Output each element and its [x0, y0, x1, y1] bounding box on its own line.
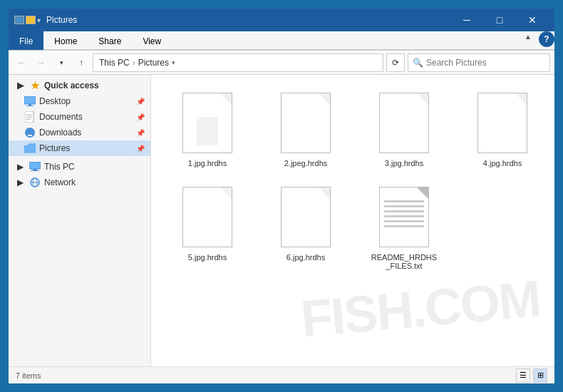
view-controls: ☰ ⊞: [516, 368, 547, 383]
path-dropdown[interactable]: ▾: [172, 59, 175, 66]
up-button[interactable]: ↑: [73, 54, 90, 71]
svg-rect-12: [31, 170, 39, 171]
pin-documents-icon: 📌: [136, 113, 145, 121]
refresh-button[interactable]: ⟳: [386, 53, 405, 72]
ribbon: File Home Share View ▲ ?: [9, 31, 554, 51]
ribbon-collapse[interactable]: ▲: [520, 31, 536, 49]
svg-rect-0: [24, 96, 36, 104]
path-pictures: Pictures: [138, 58, 169, 68]
files-grid: 1.jpg.hrdhs 2.jpeg.hrdhs 3.jpg.hrdhs: [158, 82, 547, 279]
help-button[interactable]: ?: [539, 31, 554, 47]
text-file-icon: [379, 187, 429, 247]
tab-share[interactable]: Share: [88, 31, 132, 50]
title-icon-2: [26, 16, 36, 24]
file-label-7: README_HRDHS_FILES.txt: [371, 253, 437, 270]
sidebar-label-documents: Documents: [39, 112, 83, 122]
window-controls: ─ □ ✕: [450, 9, 549, 31]
address-path[interactable]: This PC › Pictures ▾: [93, 53, 383, 72]
chevron-right-thispc-icon: ▶: [14, 161, 26, 172]
generic-file-icon: [182, 187, 232, 247]
network-icon: [29, 177, 41, 188]
path-thispc: This PC: [99, 58, 130, 68]
chevron-right-network-icon: ▶: [14, 177, 26, 188]
forward-button[interactable]: →: [33, 54, 50, 71]
file-area: FISH.COM 1.jpg.hrdhs: [151, 75, 554, 366]
recent-locations-button[interactable]: ▾: [53, 54, 70, 71]
address-bar: ← → ▾ ↑ This PC › Pictures ▾ ⟳ 🔍: [9, 51, 554, 75]
text-line: [384, 215, 424, 217]
view-large-icons-button[interactable]: ⊞: [533, 368, 547, 383]
file-icon-6: [277, 185, 334, 249]
title-bar-icon: ▾: [14, 16, 41, 24]
tab-file[interactable]: File: [9, 31, 43, 50]
tab-view[interactable]: View: [132, 31, 172, 50]
generic-file-icon: [182, 93, 232, 153]
sidebar-label-network: Network: [44, 177, 76, 187]
generic-file-icon: [379, 93, 429, 153]
file-label-2: 2.jpeg.hrdhs: [284, 159, 328, 167]
pin-downloads-icon: 📌: [136, 129, 145, 137]
sidebar-label-desktop: Desktop: [39, 96, 71, 106]
sidebar-item-desktop[interactable]: Desktop 📌: [9, 93, 150, 109]
main-area: ▶ ★ Quick access Desktop 📌 Documents 📌: [9, 75, 554, 366]
text-line: [384, 205, 424, 207]
path-sep-1: ›: [133, 58, 135, 68]
file-label-4: 4.jpg.hrdhs: [483, 159, 522, 167]
generic-file-icon: [477, 93, 527, 153]
documents-icon: [24, 111, 36, 123]
text-line: [384, 200, 424, 202]
svg-rect-2: [26, 105, 33, 106]
view-details-button[interactable]: ☰: [516, 368, 530, 383]
ribbon-tabs: File Home Share View ▲ ?: [9, 31, 554, 50]
sidebar-label-thispc: This PC: [44, 162, 75, 172]
text-line: [384, 225, 424, 227]
file-icon-7: [376, 185, 433, 249]
text-line: [384, 210, 424, 212]
title-bar: ▾ Pictures ─ □ ✕: [9, 9, 554, 31]
search-icon: 🔍: [413, 58, 423, 68]
file-item[interactable]: 4.jpg.hrdhs: [456, 85, 549, 173]
file-item[interactable]: README_HRDHS_FILES.txt: [358, 179, 450, 276]
explorer-window: ▾ Pictures ─ □ ✕ File Home Share View ▲ …: [7, 7, 556, 385]
window-title: Pictures: [46, 15, 450, 25]
text-line: [384, 220, 424, 222]
computer-icon: [29, 161, 41, 172]
generic-file-icon: [281, 93, 331, 153]
file-label-6: 6.jpg.hrdhs: [286, 253, 325, 262]
title-separator: ▾: [37, 16, 41, 24]
sidebar-item-documents[interactable]: Documents 📌: [9, 109, 150, 125]
file-item[interactable]: 6.jpg.hrdhs: [259, 179, 352, 276]
close-button[interactable]: ✕: [516, 9, 549, 31]
status-bar: 7 items ☰ ⊞: [9, 366, 554, 383]
file-icon-5: [179, 185, 236, 249]
minimize-button[interactable]: ─: [450, 9, 483, 31]
watermark: FISH.COM: [299, 269, 542, 349]
file-item[interactable]: 1.jpg.hrdhs: [161, 85, 254, 173]
item-count: 7 items: [16, 371, 41, 380]
sidebar-item-network[interactable]: ▶ Network: [9, 175, 150, 190]
search-input[interactable]: [426, 58, 545, 68]
file-item[interactable]: 2.jpeg.hrdhs: [259, 85, 352, 173]
sidebar-label-quick-access: Quick access: [44, 81, 99, 91]
generic-file-icon: [281, 187, 331, 247]
back-button[interactable]: ←: [13, 54, 30, 71]
sidebar-item-thispc[interactable]: ▶ This PC: [9, 159, 150, 175]
sidebar-item-pictures[interactable]: Pictures 📌: [9, 140, 150, 156]
file-item[interactable]: 3.jpg.hrdhs: [358, 85, 450, 173]
sidebar-item-downloads[interactable]: Downloads 📌: [9, 125, 150, 140]
desktop-icon: [24, 96, 36, 107]
sidebar-item-quick-access[interactable]: ▶ ★ Quick access: [9, 78, 150, 93]
file-icon-2: [277, 91, 334, 155]
file-label-5: 5.jpg.hrdhs: [188, 253, 227, 262]
file-item[interactable]: 5.jpg.hrdhs: [161, 179, 254, 276]
star-icon: ★: [29, 80, 41, 91]
file-icon-4: [474, 91, 531, 155]
chevron-right-icon: ▶: [14, 80, 26, 91]
search-box[interactable]: 🔍: [408, 53, 550, 72]
svg-rect-11: [33, 169, 37, 170]
maximize-button[interactable]: □: [483, 9, 516, 31]
sidebar: ▶ ★ Quick access Desktop 📌 Documents 📌: [9, 75, 151, 366]
tab-home[interactable]: Home: [43, 31, 88, 50]
file-icon-1: [179, 91, 236, 155]
file-label-3: 3.jpg.hrdhs: [385, 159, 423, 167]
